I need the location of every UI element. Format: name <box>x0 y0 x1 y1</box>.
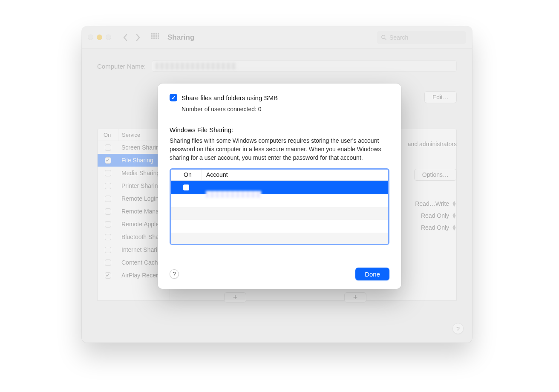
account-checkbox[interactable] <box>183 184 189 190</box>
accounts-header-on: On <box>171 171 202 178</box>
windows-fs-title: Windows File Sharing: <box>170 126 389 133</box>
table-row <box>171 194 388 207</box>
accounts-header-account: Account <box>202 170 388 180</box>
done-button[interactable]: Done <box>355 268 389 280</box>
smb-options-sheet: Share files and folders using SMB Number… <box>158 84 401 289</box>
smb-checkbox[interactable] <box>170 94 177 101</box>
sheet-footer: ? Done <box>170 268 389 280</box>
account-row[interactable] <box>171 181 388 194</box>
smb-checkbox-label: Share files and folders using SMB <box>182 94 278 101</box>
table-row <box>171 207 388 220</box>
connected-users-text: Number of users connected: 0 <box>182 106 389 112</box>
table-row <box>171 233 388 245</box>
smb-checkbox-row[interactable]: Share files and folders using SMB <box>170 94 389 101</box>
accounts-header: On Account <box>171 170 388 181</box>
sheet-help-button[interactable]: ? <box>170 269 179 279</box>
windows-fs-body: Sharing files with some Windows computer… <box>170 137 389 162</box>
redacted-text <box>206 191 261 198</box>
accounts-table[interactable]: On Account <box>170 168 389 245</box>
table-row <box>171 220 388 233</box>
